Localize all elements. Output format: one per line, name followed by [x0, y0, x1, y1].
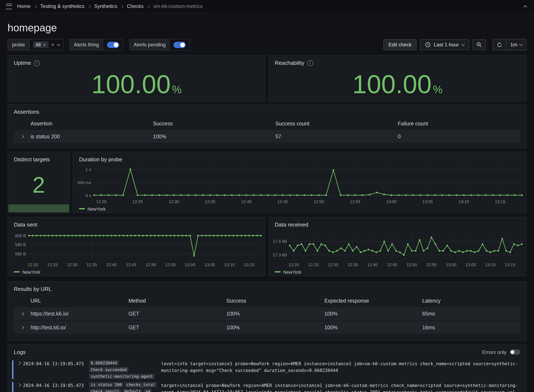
refresh-interval-picker[interactable]: 1m	[506, 39, 526, 50]
refresh-button[interactable]	[493, 39, 506, 50]
probe-variable-picker[interactable]: probe All × ×	[8, 39, 63, 51]
info-icon[interactable]	[34, 60, 40, 66]
data-received-chart[interactable]: 17.3 kB17.4 kB12:2012:2512:3012:3512:401…	[269, 229, 526, 268]
svg-text:1 s: 1 s	[85, 167, 91, 172]
result-url: http://test.k6.io/	[31, 325, 128, 330]
probe-variable-label: probe	[8, 39, 29, 50]
chevron-right-icon	[20, 135, 24, 138]
expand-row-button[interactable]	[14, 130, 31, 143]
chevron-right-icon	[18, 361, 21, 365]
breadcrumb-home[interactable]: Home	[17, 3, 31, 9]
breadcrumb-checks[interactable]: Checks	[127, 3, 144, 9]
assertions-panel-title[interactable]: Assertions	[8, 107, 526, 116]
remove-chip-icon[interactable]: ×	[43, 42, 46, 47]
svg-text:13:05: 13:05	[204, 262, 215, 267]
result-latency: 16ms	[422, 325, 520, 330]
chevron-down-icon[interactable]	[57, 42, 60, 46]
dashboard-page: Home Testing & synthetics Synthetics Che…	[0, 0, 534, 392]
breadcrumb-testing-synthetics[interactable]: Testing & synthetics	[40, 3, 85, 9]
time-range-picker[interactable]: Last 1 hour	[420, 39, 469, 50]
expand-row-button[interactable]	[14, 321, 31, 334]
zoom-out-button[interactable]	[473, 39, 486, 50]
svg-text:12:45: 12:45	[126, 262, 136, 267]
log-message: target=instance1 probe=NewYork region=AM…	[161, 382, 520, 392]
chevron-down-icon	[461, 42, 465, 46]
log-field-chip[interactable]: checks_total	[125, 382, 157, 387]
errors-only-toggle[interactable]	[510, 349, 520, 355]
result-success: 100%	[227, 311, 324, 317]
log-field-chip[interactable]: 0.660230444	[89, 360, 119, 366]
svg-text:12:40: 12:40	[367, 262, 378, 267]
svg-text:12:20: 12:20	[96, 199, 107, 204]
legend-item-newyork[interactable]: NewYork	[73, 205, 526, 213]
svg-text:13:10: 13:10	[485, 262, 496, 267]
svg-text:17.3 kB: 17.3 kB	[273, 253, 287, 257]
results-table-header: URL Method Success Expected response Lat…	[14, 295, 520, 306]
legend-item-newyork[interactable]: NewYork	[8, 268, 265, 276]
breadcrumb-synthetics[interactable]: Synthetics	[94, 3, 117, 9]
data-sent-chart[interactable]: 580 B590 B600 B12:2012:2512:3012:3512:40…	[8, 229, 265, 268]
alerts-pending-label: Alerts pending	[129, 39, 170, 50]
svg-text:13:05: 13:05	[465, 262, 476, 267]
svg-text:12:55: 12:55	[165, 262, 176, 267]
result-expected: 100%	[324, 311, 422, 317]
edit-check-button[interactable]: Edit check	[383, 39, 417, 50]
legend-item-newyork[interactable]: NewYork	[269, 268, 526, 276]
legend-color-dash	[14, 271, 20, 272]
reachability-value: 100.00 %	[352, 71, 443, 97]
assertion-failure-count: 0	[398, 134, 520, 139]
log-field-chip[interactable]: check result	[89, 389, 121, 392]
chevron-right-icon	[18, 383, 21, 387]
reachability-panel-title[interactable]: Reachability	[269, 59, 526, 67]
logs-panel-title[interactable]: Logs	[14, 349, 25, 355]
log-level-bar	[12, 382, 13, 392]
duration-panel-title[interactable]: Duration by probe	[73, 155, 526, 164]
probe-variable-select[interactable]: All × ×	[29, 39, 63, 50]
alerts-pending-toggle[interactable]	[174, 42, 186, 48]
log-field-chip[interactable]: Check succeeded	[89, 367, 128, 372]
col-success-count: Success count	[275, 121, 398, 126]
expand-row-button[interactable]	[14, 307, 31, 320]
log-level-bar	[12, 360, 13, 379]
svg-text:12:20: 12:20	[288, 262, 299, 267]
data-received-panel: Data received 17.3 kB17.4 kB12:2012:2512…	[269, 217, 526, 276]
svg-text:12:25: 12:25	[308, 262, 319, 267]
clear-selection-icon[interactable]: ×	[51, 42, 54, 47]
probe-selected-chip[interactable]: All ×	[33, 41, 48, 48]
distinct-targets-panel-title[interactable]: Distinct targets	[8, 155, 69, 164]
log-row: 2024-04-16 13:19:05.473 0.660230444 Chec…	[12, 359, 520, 381]
uptime-panel-title[interactable]: Uptime	[8, 59, 265, 67]
alerts-firing-toggle[interactable]	[107, 42, 119, 48]
col-success: Success	[227, 298, 324, 304]
log-list: 2024-04-16 13:19:05.473 0.660230444 Chec…	[8, 356, 526, 392]
results-panel-title[interactable]: Results by URL	[8, 285, 526, 293]
breadcrumb-current-check: sm-k6-custom-metrics	[153, 3, 203, 9]
log-field-chip[interactable]: sm	[144, 389, 152, 392]
uptime-panel: Uptime 100.00 %	[8, 55, 265, 102]
svg-text:12:35: 12:35	[205, 199, 215, 204]
collapse-header-button[interactable]	[522, 1, 528, 12]
menu-icon[interactable]	[6, 4, 12, 9]
result-expected: 100%	[324, 325, 422, 330]
dashboard-toolbar: probe All × × Alerts firing Aler	[8, 39, 526, 51]
expand-log-button[interactable]	[15, 360, 23, 364]
log-field-chip[interactable]: default	[122, 389, 142, 392]
toolbar-filters: probe All × × Alerts firing Aler	[8, 39, 383, 51]
info-icon[interactable]	[307, 60, 313, 66]
svg-text:13:10: 13:10	[224, 262, 235, 267]
result-url: https://test.k6.io/	[31, 311, 128, 317]
svg-text:13:15: 13:15	[495, 199, 505, 204]
duration-chart[interactable]: 0 s500 ms1 s12:2012:2512:3012:3512:4012:…	[73, 164, 526, 205]
expand-log-button[interactable]	[15, 382, 23, 386]
result-method: GET	[128, 325, 226, 330]
data-sent-panel-title[interactable]: Data sent	[8, 220, 265, 229]
log-field-chip[interactable]: is status 200	[89, 382, 123, 387]
log-field-chip[interactable]: synthetic-monitoring-agent	[89, 374, 155, 379]
col-method: Method	[128, 298, 226, 304]
dashboard-content: homepage probe All × × Alerts firi	[0, 22, 534, 392]
chevron-up-icon	[524, 5, 527, 9]
distinct-targets-value: 2	[32, 173, 45, 196]
assertion-success-count: 57	[275, 134, 398, 139]
data-received-panel-title[interactable]: Data received	[269, 220, 526, 229]
svg-text:13:00: 13:00	[386, 199, 397, 204]
